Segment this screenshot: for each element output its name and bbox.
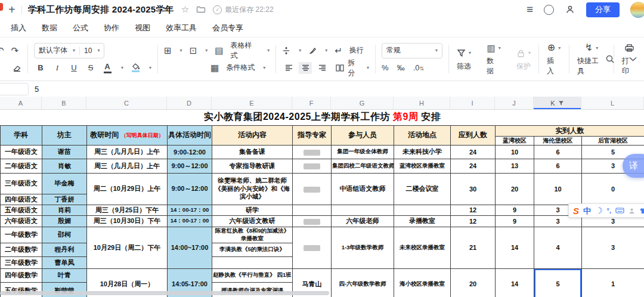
- user-avatar[interactable]: [630, 2, 644, 18]
- table-cell[interactable]: 徐雯琳老师、姚二群老师《美丽的小兴安岭》和《海滨小城》: [212, 173, 293, 205]
- table-cell[interactable]: 周三（几月几日）上午: [87, 145, 168, 159]
- table-cell[interactable]: 21: [451, 227, 496, 268]
- table-cell[interactable]: 四-六年级数学教师: [332, 268, 394, 297]
- percent-style-button[interactable]: %: [382, 63, 389, 72]
- table-cell[interactable]: 9:00-12:00: [168, 145, 212, 159]
- table-cell[interactable]: 坊主: [42, 125, 87, 145]
- ime-language-toggle[interactable]: 中: [583, 207, 591, 215]
- insert-tool[interactable]: ⊕▾ 插入: [539, 38, 569, 81]
- filter-tool[interactable]: ▾ 筛选: [449, 38, 479, 81]
- table-cell[interactable]: 30: [451, 173, 496, 205]
- table-cell[interactable]: 毕金梅: [42, 173, 87, 194]
- table-cell[interactable]: 12: [451, 205, 496, 215]
- column-header-j[interactable]: J: [495, 97, 534, 109]
- table-cell[interactable]: 程丹利: [42, 243, 87, 256]
- document-title[interactable]: 学科工作坊每周安排 2024-2025学年: [28, 4, 174, 16]
- table-cell[interactable]: 周三（几月几日）上午: [87, 159, 168, 173]
- horizontal-scrollbar-thumb[interactable]: [0, 291, 329, 295]
- table-cell[interactable]: 邵柯: [42, 227, 87, 243]
- table-cell[interactable]: 叶青: [42, 268, 87, 282]
- table-cell[interactable]: 10: [496, 145, 534, 159]
- table-cell[interactable]: 学科: [1, 125, 42, 145]
- table-cell[interactable]: 六年级老师: [332, 215, 394, 227]
- borders-button[interactable]: ⊞: [164, 46, 172, 55]
- name-box[interactable]: [0, 83, 29, 95]
- align-right-button[interactable]: [315, 62, 329, 74]
- table-cell[interactable]: 一年级语文: [1, 145, 42, 159]
- table-cell[interactable]: 具体活动时间: [168, 125, 212, 145]
- table-cell[interactable]: 录播教室: [394, 215, 451, 227]
- undo-button[interactable]: ↶: [0, 46, 4, 55]
- table-cell[interactable]: 李满执教《5的乘法口诀》: [212, 243, 293, 256]
- ime-keyboard-icon[interactable]: [615, 208, 624, 214]
- table-cell[interactable]: 实小教育集团2024-2025上学期学科工作坊 第9周 安排: [1, 110, 644, 125]
- table-cell[interactable]: 研学: [212, 205, 293, 215]
- table-cell[interactable]: 9:00～12:00: [168, 159, 212, 173]
- table-style-button[interactable]: 表格样式: [230, 41, 259, 61]
- data-validation-tool[interactable]: ▥▾ 数据: [479, 38, 509, 81]
- table-cell[interactable]: 丁香妍: [42, 194, 87, 205]
- table-cell[interactable]: 六年级语文: [1, 215, 42, 227]
- format-eraser-button[interactable]: [13, 64, 21, 72]
- thousand-separator-button[interactable]: ‰: [397, 63, 405, 72]
- table-cell[interactable]: 三年级语文: [1, 173, 42, 194]
- table-cell[interactable]: 1-3年级数学教师: [332, 227, 394, 268]
- table-cell[interactable]: 曹单凤: [42, 256, 87, 268]
- number-format-select[interactable]: 常规 ▾: [382, 43, 442, 58]
- column-header-d[interactable]: D: [167, 97, 212, 109]
- table-cell[interactable]: 陈君红执教《8和9的加减法》录播教室: [212, 227, 293, 243]
- table-cell[interactable]: 12: [451, 215, 496, 227]
- table-cell[interactable]: 活动内容: [212, 125, 293, 145]
- selected-cell[interactable]: 5: [534, 268, 582, 297]
- formula-input[interactable]: 5: [35, 85, 39, 94]
- translate-float-button[interactable]: 译: [623, 154, 644, 178]
- table-cell[interactable]: 9: [496, 205, 534, 215]
- table-cell[interactable]: 六年级语文教研: [212, 215, 293, 227]
- ime-account-icon[interactable]: [628, 208, 635, 214]
- menu-item[interactable]: 数据: [42, 23, 57, 33]
- underline-button[interactable]: U: [70, 63, 78, 72]
- table-cell[interactable]: 赵静执教《平行与垂直》 四1班: [212, 268, 293, 282]
- menu-item[interactable]: 视图: [135, 23, 150, 33]
- table-cell[interactable]: 一年级数学: [1, 227, 42, 243]
- collapse-toolbar-chevron-icon[interactable]: [629, 57, 637, 61]
- table-cell[interactable]: 20: [496, 173, 534, 205]
- table-cell[interactable]: 24: [451, 145, 496, 159]
- paint-brush-button[interactable]: [308, 47, 317, 55]
- menu-item[interactable]: 会员专享: [212, 23, 243, 33]
- share-button[interactable]: 分享: [586, 2, 620, 17]
- table-cell[interactable]: [293, 215, 332, 227]
- table-cell[interactable]: 应到人数: [451, 125, 496, 145]
- italic-button[interactable]: I: [53, 63, 61, 73]
- table-cell[interactable]: 谢苗: [42, 145, 87, 159]
- table-cell[interactable]: 未来科技小学: [394, 145, 451, 159]
- ime-moon-icon[interactable]: ☽: [595, 206, 603, 215]
- table-cell[interactable]: 14: [496, 227, 534, 268]
- table-cell[interactable]: 活动地点: [394, 125, 451, 145]
- table-cell[interactable]: 集团四校二年级语文教师: [332, 159, 394, 173]
- table-cell[interactable]: 14:00~17:00: [168, 227, 212, 268]
- column-header-l[interactable]: L: [581, 97, 644, 109]
- menu-item[interactable]: 插入: [11, 23, 26, 33]
- table-cell[interactable]: 周三（10月30日）下午: [87, 215, 168, 227]
- table-cell[interactable]: 专家指导教研课: [212, 159, 293, 173]
- table-cell[interactable]: [293, 173, 332, 205]
- table-cell[interactable]: 中语组语文教师: [332, 173, 394, 205]
- table-cell[interactable]: [293, 227, 332, 268]
- table-cell[interactable]: 14：00-17：00: [168, 215, 212, 227]
- table-cell[interactable]: [293, 145, 332, 159]
- menu-item[interactable]: 公式: [73, 23, 88, 33]
- menu-item[interactable]: 效率工具: [166, 23, 197, 33]
- table-cell[interactable]: 未来校区录播教室: [394, 227, 451, 268]
- column-header-c[interactable]: C: [86, 97, 167, 109]
- fill-color-button[interactable]: [132, 63, 140, 72]
- column-filter-icon[interactable]: [558, 100, 564, 106]
- table-cell[interactable]: 指导专家: [293, 125, 332, 145]
- table-cell[interactable]: 五年级语文: [1, 205, 42, 215]
- table-cell[interactable]: [293, 205, 332, 215]
- table-cell[interactable]: 二年级语文: [1, 159, 42, 173]
- column-header-k[interactable]: K: [534, 97, 581, 109]
- ime-symbols-icon[interactable]: °,: [607, 208, 611, 214]
- redo-button[interactable]: ↷: [11, 46, 19, 55]
- table-cell[interactable]: 海小校区录播教室: [394, 268, 451, 297]
